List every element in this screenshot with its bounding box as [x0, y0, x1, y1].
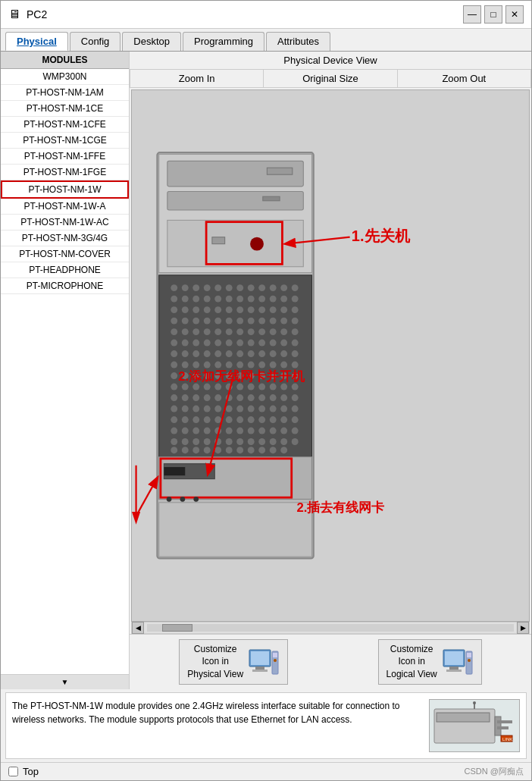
scroll-right-button[interactable]: ▶ — [517, 622, 529, 634]
svg-point-44 — [270, 306, 277, 313]
svg-point-147 — [214, 406, 221, 412]
scrollbar-track[interactable] — [147, 624, 514, 632]
svg-point-14 — [204, 284, 211, 291]
svg-point-51 — [214, 318, 221, 325]
sidebar-item-pt-microphone[interactable]: PT-MICROPHONE — [1, 278, 129, 294]
svg-point-69 — [280, 328, 287, 335]
zoom-out-button[interactable]: Zoom Out — [398, 70, 530, 87]
svg-point-35 — [171, 306, 177, 313]
svg-rect-228 — [446, 670, 462, 672]
svg-rect-205 — [164, 467, 185, 475]
svg-point-110 — [204, 372, 211, 379]
svg-point-151 — [258, 406, 265, 412]
svg-point-52 — [226, 318, 233, 325]
sidebar-item-pt-host-nm-1cfe[interactable]: PT-HOST-NM-1CFE — [1, 117, 129, 133]
svg-point-142 — [292, 394, 299, 401]
right-panel: Physical Device View Zoom In Original Si… — [130, 52, 531, 689]
svg-rect-230 — [467, 653, 471, 657]
tab-desktop[interactable]: Desktop — [122, 32, 181, 51]
svg-point-128 — [270, 384, 277, 390]
svg-point-176 — [270, 428, 277, 434]
sidebar-item-pt-host-nm-1ffe[interactable]: PT-HOST-NM-1FFE — [1, 149, 129, 165]
svg-point-168 — [182, 428, 189, 434]
customize-logical-button[interactable]: CustomizeIcon inLogical View — [378, 639, 482, 685]
tab-programming[interactable]: Programming — [183, 32, 264, 51]
sidebar-item-pt-host-nm-1am[interactable]: PT-HOST-NM-1AM — [1, 85, 129, 101]
svg-point-61 — [192, 328, 199, 335]
bottom-footer: Top CSDN @阿痴点 — [1, 762, 531, 780]
svg-point-156 — [182, 416, 189, 423]
svg-point-36 — [182, 306, 189, 313]
info-panel: The PT-HOST-NM-1W module provides one 2.… — [5, 692, 527, 759]
scroll-left-button[interactable]: ◀ — [132, 622, 144, 634]
svg-point-179 — [171, 438, 177, 445]
tab-bar: Physical Config Desktop Programming Attr… — [1, 29, 531, 52]
svg-point-141 — [280, 394, 287, 401]
svg-point-207 — [180, 497, 186, 502]
svg-rect-234 — [495, 717, 501, 736]
svg-point-83 — [171, 350, 177, 357]
svg-point-190 — [292, 438, 299, 445]
top-checkbox[interactable] — [8, 767, 18, 776]
svg-point-152 — [270, 406, 277, 412]
svg-point-196 — [226, 447, 233, 453]
sidebar-item-pt-host-nm-cover[interactable]: PT-HOST-NM-COVER — [1, 246, 129, 262]
svg-point-91 — [258, 350, 265, 357]
title-bar: 🖥 PC2 — □ ✕ — [1, 1, 531, 29]
svg-point-104 — [270, 362, 277, 369]
sidebar-item-pt-host-nm-1cge[interactable]: PT-HOST-NM-1CGE — [1, 133, 129, 149]
horizontal-scrollbar[interactable]: ◀ ▶ — [131, 622, 530, 634]
svg-point-188 — [270, 438, 277, 445]
svg-point-39 — [214, 306, 221, 313]
svg-point-18 — [248, 284, 255, 291]
tab-attributes[interactable]: Attributes — [266, 32, 330, 51]
svg-point-23 — [171, 296, 177, 303]
customize-physical-button[interactable]: Customize Icon in Physical View — [179, 639, 288, 685]
sidebar-item-pt-host-nm-1fge[interactable]: PT-HOST-NM-1FGE — [1, 165, 129, 180]
svg-point-105 — [280, 362, 287, 369]
sidebar-item-pt-host-nm-1ce[interactable]: PT-HOST-NM-1CE — [1, 101, 129, 117]
svg-point-170 — [204, 428, 211, 434]
svg-point-158 — [204, 416, 211, 423]
svg-point-31 — [258, 296, 265, 303]
sidebar-item-pt-host-nm-1w-ac[interactable]: PT-HOST-NM-1W-AC — [1, 215, 129, 231]
svg-point-108 — [182, 372, 189, 379]
sidebar-scroll-down-btn[interactable]: ▼ — [1, 674, 129, 689]
svg-point-112 — [226, 372, 233, 379]
sidebar-item-wmp300n[interactable]: WMP300N — [1, 69, 129, 85]
zoom-in-button[interactable]: Zoom In — [130, 70, 264, 87]
svg-point-127 — [258, 384, 265, 390]
svg-point-159 — [214, 416, 221, 423]
sidebar-header: MODULES — [1, 52, 129, 69]
info-image: LINK — [429, 699, 520, 752]
original-size-button[interactable]: Original Size — [264, 70, 397, 87]
main-content: MODULES WMP300N PT-HOST-NM-1AM PT-HOST-N… — [1, 52, 531, 689]
svg-point-32 — [270, 296, 277, 303]
svg-rect-202 — [159, 457, 312, 500]
svg-point-126 — [248, 384, 255, 390]
svg-point-53 — [236, 318, 243, 325]
svg-point-154 — [292, 406, 299, 412]
tab-config[interactable]: Config — [70, 32, 121, 51]
svg-point-64 — [226, 328, 233, 335]
scrollbar-thumb[interactable] — [162, 624, 192, 632]
sidebar-item-pt-host-nm-3g4g[interactable]: PT-HOST-NM-3G/4G — [1, 231, 129, 246]
top-label[interactable]: Top — [23, 766, 39, 777]
svg-point-89 — [236, 350, 243, 357]
window-icon: 🖥 — [8, 8, 20, 21]
svg-rect-219 — [251, 651, 269, 665]
tab-physical[interactable]: Physical — [5, 32, 68, 51]
svg-point-79 — [258, 340, 265, 347]
sidebar-item-pt-headphone[interactable]: PT-HEADPHONE — [1, 262, 129, 278]
sidebar-item-pt-host-nm-1w[interactable]: PT-HOST-NM-1W — [1, 180, 129, 199]
sidebar-item-pt-host-nm-1w-a[interactable]: PT-HOST-NM-1W-A — [1, 199, 129, 215]
svg-point-113 — [236, 372, 243, 379]
maximize-button[interactable]: □ — [484, 5, 502, 24]
info-text: The PT-HOST-NM-1W module provides one 2.… — [12, 699, 421, 752]
close-button[interactable]: ✕ — [505, 5, 524, 24]
svg-point-197 — [236, 447, 243, 453]
svg-point-99 — [214, 362, 221, 369]
minimize-button[interactable]: — — [463, 5, 481, 24]
svg-rect-233 — [437, 713, 490, 722]
svg-rect-221 — [252, 670, 268, 672]
